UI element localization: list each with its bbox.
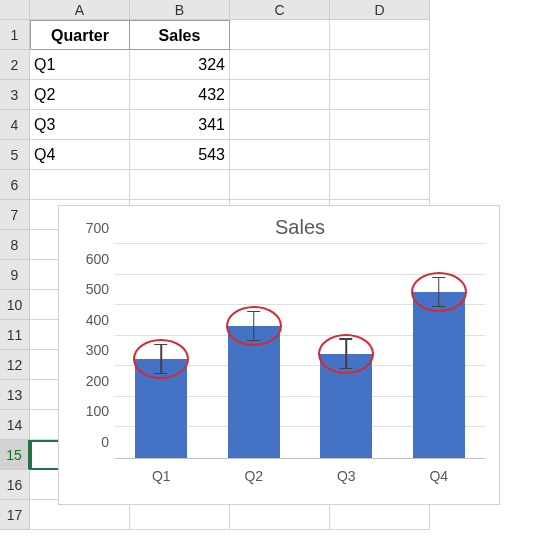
error-bar-Q3[interactable] bbox=[346, 338, 348, 369]
cell-A6[interactable] bbox=[30, 170, 130, 200]
cell-D2[interactable] bbox=[330, 50, 430, 80]
cell-C5[interactable] bbox=[230, 140, 330, 170]
x-tick-label: Q3 bbox=[306, 468, 386, 484]
row-head-10[interactable]: 10 bbox=[0, 290, 30, 320]
row-head-8[interactable]: 8 bbox=[0, 230, 30, 260]
cell-D4[interactable] bbox=[330, 110, 430, 140]
y-tick-label: 400 bbox=[75, 312, 109, 328]
row-head-3[interactable]: 3 bbox=[0, 80, 30, 110]
row-head-7[interactable]: 7 bbox=[0, 200, 30, 230]
chart-title[interactable]: Sales bbox=[115, 216, 485, 239]
cell-D6[interactable] bbox=[330, 170, 430, 200]
error-bar-Q2[interactable] bbox=[253, 311, 255, 342]
col-head-C[interactable]: C bbox=[230, 0, 330, 20]
row-head-11[interactable]: 11 bbox=[0, 320, 30, 350]
bar-Q3[interactable] bbox=[320, 354, 372, 458]
col-head-D[interactable]: D bbox=[330, 0, 430, 20]
select-all-corner[interactable] bbox=[0, 0, 30, 20]
cell-C4[interactable] bbox=[230, 110, 330, 140]
bar-Q2[interactable] bbox=[228, 326, 280, 458]
bar-Q4[interactable] bbox=[413, 292, 465, 458]
cell-C2[interactable] bbox=[230, 50, 330, 80]
error-bar-Q1[interactable] bbox=[161, 344, 163, 375]
col-head-B[interactable]: B bbox=[130, 0, 230, 20]
y-tick-label: 300 bbox=[75, 342, 109, 358]
cell-C6[interactable] bbox=[230, 170, 330, 200]
cell-C3[interactable] bbox=[230, 80, 330, 110]
cell-D5[interactable] bbox=[330, 140, 430, 170]
x-tick-label: Q2 bbox=[214, 468, 294, 484]
chart-plot-area[interactable]: 0100200300400500600700Q1Q2Q3Q4 bbox=[115, 245, 485, 459]
row-head-15[interactable]: 15 bbox=[0, 440, 30, 470]
cell-B3[interactable]: 432 bbox=[130, 80, 230, 110]
row-head-4[interactable]: 4 bbox=[0, 110, 30, 140]
row-head-5[interactable]: 5 bbox=[0, 140, 30, 170]
y-tick-label: 0 bbox=[75, 434, 109, 450]
cell-B5[interactable]: 543 bbox=[130, 140, 230, 170]
y-tick-label: 200 bbox=[75, 373, 109, 389]
gridline bbox=[115, 243, 485, 244]
y-tick-label: 600 bbox=[75, 251, 109, 267]
cell-A3[interactable]: Q2 bbox=[30, 80, 130, 110]
cell-B1[interactable]: Sales bbox=[130, 20, 230, 50]
cell-D1[interactable] bbox=[330, 20, 430, 50]
cell-A4[interactable]: Q3 bbox=[30, 110, 130, 140]
cell-C1[interactable] bbox=[230, 20, 330, 50]
col-head-A[interactable]: A bbox=[30, 0, 130, 20]
cell-B2[interactable]: 324 bbox=[130, 50, 230, 80]
row-head-14[interactable]: 14 bbox=[0, 410, 30, 440]
y-tick-label: 700 bbox=[75, 220, 109, 236]
row-head-9[interactable]: 9 bbox=[0, 260, 30, 290]
row-head-6[interactable]: 6 bbox=[0, 170, 30, 200]
cell-B6[interactable] bbox=[130, 170, 230, 200]
row-head-16[interactable]: 16 bbox=[0, 470, 30, 500]
y-tick-label: 100 bbox=[75, 403, 109, 419]
row-head-12[interactable]: 12 bbox=[0, 350, 30, 380]
row-head-1[interactable]: 1 bbox=[0, 20, 30, 50]
gridline bbox=[115, 274, 485, 275]
cell-A1[interactable]: Quarter bbox=[30, 20, 130, 50]
error-bar-Q4[interactable] bbox=[438, 277, 440, 308]
row-head-17[interactable]: 17 bbox=[0, 500, 30, 530]
cell-D3[interactable] bbox=[330, 80, 430, 110]
y-tick-label: 500 bbox=[75, 281, 109, 297]
row-head-2[interactable]: 2 bbox=[0, 50, 30, 80]
cell-A2[interactable]: Q1 bbox=[30, 50, 130, 80]
row-head-13[interactable]: 13 bbox=[0, 380, 30, 410]
x-tick-label: Q4 bbox=[399, 468, 479, 484]
chart-object[interactable]: Sales 0100200300400500600700Q1Q2Q3Q4 bbox=[58, 205, 500, 505]
cell-B4[interactable]: 341 bbox=[130, 110, 230, 140]
cell-A5[interactable]: Q4 bbox=[30, 140, 130, 170]
x-tick-label: Q1 bbox=[121, 468, 201, 484]
